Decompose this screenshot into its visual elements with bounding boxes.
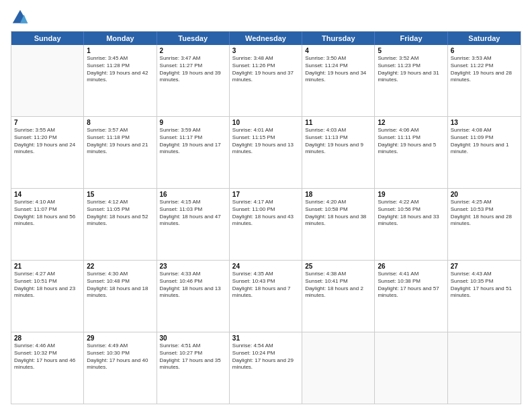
calendar-week-3: 14Sunrise: 4:10 AMSunset: 11:07 PMDaylig… [11, 189, 521, 261]
day-info: Sunrise: 3:47 AMSunset: 11:27 PMDaylight… [160, 55, 226, 84]
calendar-empty [448, 332, 521, 404]
calendar-week-1: 1Sunrise: 3:45 AMSunset: 11:28 PMDayligh… [11, 45, 521, 117]
day-info: Sunrise: 4:10 AMSunset: 11:07 PMDaylight… [14, 199, 81, 228]
day-number: 19 [378, 191, 444, 198]
day-number: 12 [378, 119, 444, 126]
day-number: 4 [305, 47, 371, 54]
day-number: 1 [87, 47, 153, 54]
calendar-day-15: 15Sunrise: 4:12 AMSunset: 11:05 PMDaylig… [84, 189, 157, 260]
header-day-wednesday: Wednesday [230, 32, 302, 45]
day-info: Sunrise: 4:22 AMSunset: 10:56 PMDaylight… [378, 199, 444, 228]
calendar-body: 1Sunrise: 3:45 AMSunset: 11:28 PMDayligh… [11, 45, 521, 404]
calendar-day-30: 30Sunrise: 4:51 AMSunset: 10:27 PMDaylig… [157, 332, 230, 404]
calendar-day-1: 1Sunrise: 3:45 AMSunset: 11:28 PMDayligh… [84, 45, 157, 116]
day-info: Sunrise: 4:35 AMSunset: 10:43 PMDaylight… [232, 271, 299, 300]
day-number: 6 [451, 47, 518, 54]
day-info: Sunrise: 4:12 AMSunset: 11:05 PMDaylight… [87, 199, 153, 228]
calendar-empty [375, 332, 447, 404]
day-info: Sunrise: 3:55 AMSunset: 11:20 PMDaylight… [14, 127, 81, 156]
day-number: 5 [378, 47, 444, 54]
header-day-friday: Friday [375, 32, 447, 45]
calendar-day-24: 24Sunrise: 4:35 AMSunset: 10:43 PMDaylig… [230, 261, 302, 332]
calendar-day-25: 25Sunrise: 4:38 AMSunset: 10:41 PMDaylig… [302, 261, 375, 332]
day-number: 27 [451, 263, 518, 270]
calendar-day-3: 3Sunrise: 3:48 AMSunset: 11:26 PMDayligh… [230, 45, 302, 116]
day-info: Sunrise: 4:01 AMSunset: 11:15 PMDaylight… [232, 127, 299, 156]
day-number: 20 [451, 191, 518, 198]
calendar-week-5: 28Sunrise: 4:46 AMSunset: 10:32 PMDaylig… [11, 332, 521, 404]
calendar-week-2: 7Sunrise: 3:55 AMSunset: 11:20 PMDayligh… [11, 117, 521, 189]
calendar-day-19: 19Sunrise: 4:22 AMSunset: 10:56 PMDaylig… [375, 189, 447, 260]
day-number: 13 [451, 119, 518, 126]
calendar-day-11: 11Sunrise: 4:03 AMSunset: 11:13 PMDaylig… [302, 117, 375, 188]
calendar-day-23: 23Sunrise: 4:33 AMSunset: 10:46 PMDaylig… [157, 261, 230, 332]
day-number: 30 [160, 334, 226, 342]
header [11, 8, 521, 27]
header-day-sunday: Sunday [11, 32, 84, 45]
day-number: 11 [305, 119, 371, 126]
day-number: 29 [87, 334, 153, 342]
day-number: 18 [305, 191, 371, 198]
day-number: 2 [160, 47, 226, 54]
calendar-day-18: 18Sunrise: 4:20 AMSunset: 10:58 PMDaylig… [302, 189, 375, 260]
calendar-day-29: 29Sunrise: 4:49 AMSunset: 10:30 PMDaylig… [84, 332, 157, 404]
calendar-day-9: 9Sunrise: 3:59 AMSunset: 11:17 PMDayligh… [157, 117, 230, 188]
day-number: 22 [87, 263, 153, 270]
calendar-day-22: 22Sunrise: 4:30 AMSunset: 10:48 PMDaylig… [84, 261, 157, 332]
day-info: Sunrise: 4:20 AMSunset: 10:58 PMDaylight… [305, 199, 371, 228]
day-info: Sunrise: 3:50 AMSunset: 11:24 PMDaylight… [305, 55, 371, 84]
day-number: 21 [14, 263, 81, 270]
day-info: Sunrise: 4:41 AMSunset: 10:38 PMDaylight… [378, 271, 444, 300]
calendar-day-8: 8Sunrise: 3:57 AMSunset: 11:18 PMDayligh… [84, 117, 157, 188]
calendar-day-14: 14Sunrise: 4:10 AMSunset: 11:07 PMDaylig… [11, 189, 84, 260]
day-number: 25 [305, 263, 371, 270]
day-info: Sunrise: 3:48 AMSunset: 11:26 PMDaylight… [232, 55, 299, 84]
day-number: 14 [14, 191, 81, 198]
calendar-day-17: 17Sunrise: 4:17 AMSunset: 11:00 PMDaylig… [230, 189, 302, 260]
calendar-day-2: 2Sunrise: 3:47 AMSunset: 11:27 PMDayligh… [157, 45, 230, 116]
calendar-day-20: 20Sunrise: 4:25 AMSunset: 10:53 PMDaylig… [448, 189, 521, 260]
calendar: SundayMondayTuesdayWednesdayThursdayFrid… [11, 31, 521, 404]
day-number: 16 [160, 191, 226, 198]
logo [11, 8, 32, 27]
day-info: Sunrise: 4:03 AMSunset: 11:13 PMDaylight… [305, 127, 371, 156]
day-info: Sunrise: 4:51 AMSunset: 10:27 PMDaylight… [160, 342, 226, 371]
header-day-tuesday: Tuesday [157, 32, 230, 45]
calendar-header: SundayMondayTuesdayWednesdayThursdayFrid… [11, 32, 521, 45]
day-info: Sunrise: 4:25 AMSunset: 10:53 PMDaylight… [451, 199, 518, 228]
day-info: Sunrise: 3:57 AMSunset: 11:18 PMDaylight… [87, 127, 153, 156]
calendar-day-5: 5Sunrise: 3:52 AMSunset: 11:23 PMDayligh… [375, 45, 447, 116]
calendar-day-31: 31Sunrise: 4:54 AMSunset: 10:24 PMDaylig… [230, 332, 302, 404]
calendar-empty [11, 45, 84, 116]
day-info: Sunrise: 3:45 AMSunset: 11:28 PMDaylight… [87, 55, 153, 84]
calendar-day-6: 6Sunrise: 3:53 AMSunset: 11:22 PMDayligh… [448, 45, 521, 116]
day-info: Sunrise: 4:43 AMSunset: 10:35 PMDaylight… [451, 271, 518, 300]
day-number: 23 [160, 263, 226, 270]
calendar-day-27: 27Sunrise: 4:43 AMSunset: 10:35 PMDaylig… [448, 261, 521, 332]
day-info: Sunrise: 4:30 AMSunset: 10:48 PMDaylight… [87, 271, 153, 300]
day-info: Sunrise: 3:53 AMSunset: 11:22 PMDaylight… [451, 55, 518, 84]
day-number: 7 [14, 119, 81, 126]
calendar-day-7: 7Sunrise: 3:55 AMSunset: 11:20 PMDayligh… [11, 117, 84, 188]
calendar-day-4: 4Sunrise: 3:50 AMSunset: 11:24 PMDayligh… [302, 45, 375, 116]
day-info: Sunrise: 4:33 AMSunset: 10:46 PMDaylight… [160, 271, 226, 300]
day-info: Sunrise: 4:08 AMSunset: 11:09 PMDaylight… [451, 127, 518, 156]
day-number: 10 [232, 119, 299, 126]
day-info: Sunrise: 4:27 AMSunset: 10:51 PMDaylight… [14, 271, 81, 300]
calendar-week-4: 21Sunrise: 4:27 AMSunset: 10:51 PMDaylig… [11, 261, 521, 332]
calendar-day-12: 12Sunrise: 4:06 AMSunset: 11:11 PMDaylig… [375, 117, 447, 188]
day-info: Sunrise: 4:15 AMSunset: 11:03 PMDaylight… [160, 199, 226, 228]
calendar-day-26: 26Sunrise: 4:41 AMSunset: 10:38 PMDaylig… [375, 261, 447, 332]
day-number: 17 [232, 191, 299, 198]
header-day-saturday: Saturday [448, 32, 521, 45]
day-number: 8 [87, 119, 153, 126]
day-number: 31 [232, 334, 299, 342]
day-number: 9 [160, 119, 226, 126]
day-info: Sunrise: 4:46 AMSunset: 10:32 PMDaylight… [14, 342, 81, 371]
page: SundayMondayTuesdayWednesdayThursdayFrid… [0, 0, 532, 411]
header-day-thursday: Thursday [302, 32, 375, 45]
header-day-monday: Monday [84, 32, 157, 45]
day-number: 26 [378, 263, 444, 270]
calendar-day-16: 16Sunrise: 4:15 AMSunset: 11:03 PMDaylig… [157, 189, 230, 260]
calendar-empty [302, 332, 375, 404]
